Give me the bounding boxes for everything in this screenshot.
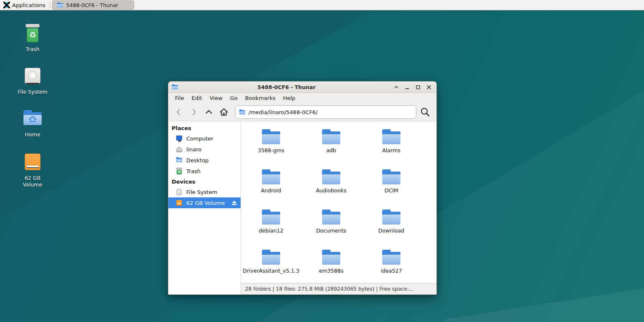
path-input[interactable] bbox=[248, 109, 413, 115]
statusbar-text: 28 folders | 18 files: 275.8 MiB (289243… bbox=[245, 286, 414, 292]
home-button[interactable] bbox=[217, 105, 231, 119]
file-label: DCIM bbox=[363, 187, 420, 194]
home-icon bbox=[176, 146, 183, 153]
folder-icon bbox=[239, 109, 246, 115]
close-button[interactable] bbox=[426, 85, 431, 89]
file-item[interactable]: idea527 bbox=[361, 245, 421, 283]
file-label: adb bbox=[302, 147, 360, 154]
file-item[interactable]: Audiobooks bbox=[301, 165, 361, 205]
folder-icon bbox=[321, 128, 341, 146]
sidebar-item-label: linaro bbox=[186, 146, 201, 153]
folder-icon bbox=[261, 248, 281, 266]
shade-button[interactable] bbox=[394, 85, 399, 89]
file-item[interactable]: DCIM bbox=[361, 165, 421, 205]
chevron-up-icon bbox=[204, 107, 213, 117]
file-label: Documents bbox=[302, 227, 360, 234]
window-folder-icon bbox=[172, 84, 179, 90]
folder-icon bbox=[381, 128, 401, 146]
sidebar-item-label: File System bbox=[186, 189, 217, 195]
folder-icon bbox=[261, 168, 281, 186]
sidebar-item-label: Computer bbox=[186, 135, 213, 142]
hard-drive-icon bbox=[23, 66, 43, 86]
desktop-icon-trash[interactable]: ♻ Trash bbox=[15, 23, 50, 53]
trash-icon: ♻ bbox=[176, 168, 183, 175]
sidebar-places-header: Places bbox=[168, 123, 241, 133]
eject-button[interactable] bbox=[231, 200, 237, 206]
file-item[interactable]: Alarms bbox=[361, 125, 421, 165]
panel-separator-handle[interactable] bbox=[48, 2, 51, 8]
sidebar-item-file-system[interactable]: File System bbox=[168, 187, 241, 197]
sidebar-item-desktop[interactable]: Desktop bbox=[168, 155, 241, 166]
menu-edit[interactable]: Edit bbox=[188, 94, 205, 102]
desktop-icon-home[interactable]: Home bbox=[15, 109, 50, 138]
sidebar-item-linaro[interactable]: linaro bbox=[168, 144, 241, 155]
sidebar-item-trash[interactable]: ♻ Trash bbox=[168, 166, 241, 176]
desktop-icon-label: Home bbox=[15, 131, 50, 138]
statusbar: 28 folders | 18 files: 275.8 MiB (289243… bbox=[241, 283, 436, 294]
taskbar-window-button[interactable]: 5488-0CF6 - Thunar bbox=[52, 0, 134, 10]
sidebar-item-label: Desktop bbox=[186, 157, 209, 164]
file-item[interactable]: DriverAssitant_v5.1.3 bbox=[241, 245, 301, 283]
thunar-window: 5488-0CF6 - Thunar File Edit View Go Boo… bbox=[168, 81, 437, 295]
file-label: Alarms bbox=[363, 147, 420, 154]
sidebar-item-label: Trash bbox=[186, 168, 200, 174]
hard-drive-icon bbox=[176, 189, 183, 196]
folder-icon bbox=[321, 248, 341, 266]
file-item[interactable]: adb bbox=[301, 125, 361, 165]
menu-bookmarks[interactable]: Bookmarks bbox=[242, 94, 279, 102]
minimize-button[interactable] bbox=[405, 85, 410, 89]
computer-icon bbox=[176, 135, 183, 142]
applications-label: Applications bbox=[12, 2, 45, 8]
folder-icon bbox=[321, 168, 341, 186]
folder-icon bbox=[321, 208, 341, 226]
desktop-folder-icon bbox=[176, 157, 183, 164]
xfce-logo-icon bbox=[3, 2, 10, 8]
trash-icon: ♻ bbox=[23, 23, 43, 43]
titlebar[interactable]: 5488-0CF6 - Thunar bbox=[168, 82, 436, 93]
toolbar bbox=[168, 103, 436, 121]
desktop-icon-label: Trash bbox=[15, 46, 50, 53]
usb-volume-icon bbox=[23, 152, 43, 172]
taskbar-window-label: 5488-0CF6 - Thunar bbox=[66, 2, 118, 8]
desktop-icon-label: 62 GB Volume bbox=[18, 175, 48, 188]
file-item[interactable]: 3588-gms bbox=[241, 125, 301, 165]
up-button[interactable] bbox=[202, 105, 216, 119]
file-item[interactable]: Download bbox=[361, 205, 421, 245]
menu-go[interactable]: Go bbox=[227, 94, 241, 102]
home-folder-icon bbox=[23, 109, 43, 129]
applications-menu-button[interactable]: Applications bbox=[0, 0, 48, 10]
folder-icon bbox=[381, 168, 401, 186]
sidebar: Places Computer linaro Desktop bbox=[168, 121, 241, 294]
menu-file[interactable]: File bbox=[172, 94, 188, 102]
search-button[interactable] bbox=[417, 105, 433, 119]
desktop-icon-label: File System bbox=[15, 89, 50, 95]
file-label: 3588-gms bbox=[242, 147, 300, 154]
desktop-icon-file-system[interactable]: File System bbox=[15, 66, 50, 95]
file-grid: 3588-gms adb Alarms Android Audiobooks bbox=[241, 121, 436, 283]
sidebar-item-label: 62 GB Volume bbox=[186, 200, 225, 206]
sidebar-item-volume-selected[interactable]: 62 GB Volume bbox=[168, 197, 241, 208]
file-item[interactable]: Documents bbox=[301, 205, 361, 245]
back-button[interactable] bbox=[172, 105, 186, 119]
maximize-button[interactable] bbox=[416, 85, 421, 89]
usb-volume-icon bbox=[176, 199, 183, 207]
window-title: 5488-0CF6 - Thunar bbox=[179, 84, 394, 90]
desktop-icon-volume[interactable]: 62 GB Volume bbox=[15, 152, 50, 188]
file-label: em3588s bbox=[302, 268, 360, 274]
file-label: DriverAssitant_v5.1.3 bbox=[242, 268, 300, 274]
forward-button[interactable] bbox=[187, 105, 201, 119]
menu-help[interactable]: Help bbox=[279, 94, 299, 102]
file-item[interactable]: Android bbox=[241, 165, 301, 205]
menu-view[interactable]: View bbox=[206, 94, 226, 102]
file-item[interactable]: em3588s bbox=[301, 245, 361, 283]
file-label: Android bbox=[242, 187, 300, 194]
folder-icon bbox=[381, 248, 401, 266]
top-panel: Applications 5488-0CF6 - Thunar bbox=[0, 0, 644, 10]
file-item[interactable]: debian12 bbox=[241, 205, 301, 245]
location-bar[interactable] bbox=[235, 105, 416, 119]
file-label: idea527 bbox=[363, 268, 420, 274]
sidebar-item-computer[interactable]: Computer bbox=[168, 133, 241, 144]
file-label: Download bbox=[363, 227, 420, 234]
file-label: Audiobooks bbox=[302, 187, 360, 194]
folder-icon bbox=[57, 2, 63, 8]
